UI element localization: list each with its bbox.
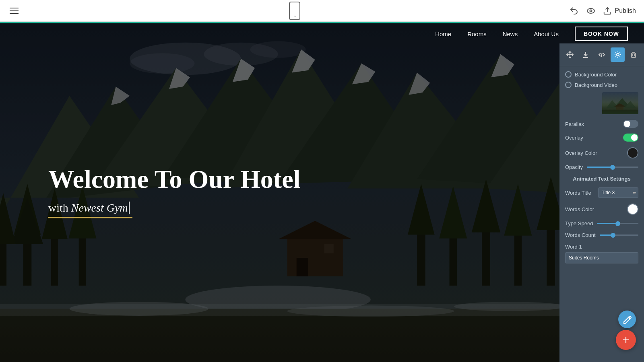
panel-toolbar [559,43,644,66]
opacity-thumb[interactable] [610,165,615,170]
bg-color-radio[interactable] [565,71,572,78]
toolbar-center [289,2,300,20]
canvas-top-border [0,22,644,23]
parallax-label: Parallax [565,121,584,127]
nav-home[interactable]: Home [435,31,451,37]
preview-icon[interactable] [586,6,596,16]
overlay-toggle[interactable] [623,134,638,142]
hero-text-area: Welcome To Our Hotel with Newest Gym [48,165,300,218]
bg-video-label: Background Video [575,82,617,88]
svg-point-1 [590,10,592,12]
toolbar-left [8,6,20,16]
type-speed-label: Type Speed [565,220,593,226]
words-title-dropdown[interactable]: Title 1 Title 2 Title 3 Title 4 [598,187,638,198]
word1-label: Word 1 [565,244,582,250]
svg-marker-71 [624,101,636,108]
words-title-row: Words Title Title 1 Title 2 Title 3 Titl… [565,187,638,198]
publish-button[interactable]: Publish [603,6,636,15]
svg-rect-68 [602,92,638,114]
move-tool-button[interactable] [563,47,577,62]
delete-tool-button[interactable] [626,47,641,62]
parallax-knob [624,121,630,127]
overlay-color-row: Overlay Color [565,147,638,158]
bg-color-label: Background Color [575,72,617,78]
word1-label-row: Word 1 [565,244,638,250]
overlay-label: Overlay [565,135,583,141]
download-tool-button[interactable] [579,47,593,62]
word1-input[interactable] [565,252,638,263]
svg-point-0 [587,8,594,13]
hero-highlight: Newest Gym [71,202,128,214]
bg-video-radio[interactable] [565,82,572,88]
words-count-thumb[interactable] [611,233,615,238]
bg-video-option[interactable]: Background Video [565,82,638,88]
words-count-slider[interactable] [600,234,638,236]
svg-marker-73 [614,103,625,107]
background-thumbnail[interactable] [602,92,638,114]
type-speed-slider[interactable] [597,223,638,224]
words-count-row: Words Count [565,232,638,238]
opacity-row: Opacity [565,164,638,170]
svg-line-63 [601,53,602,57]
main-canvas: Home Rooms News About Us BOOK NOW Welcom… [0,22,644,362]
words-color-row: Words Color [565,204,638,215]
words-color-swatch[interactable] [627,204,638,215]
undo-icon[interactable] [569,6,579,16]
mobile-preview-icon[interactable] [289,2,300,20]
book-now-button[interactable]: BOOK NOW [575,27,628,41]
text-cursor [129,202,132,214]
code-tool-button[interactable] [594,47,609,62]
nav-about[interactable]: About Us [534,31,559,37]
settings-tool-button[interactable] [611,47,625,62]
site-navigation: Home Rooms News About Us BOOK NOW [0,22,644,46]
type-speed-row: Type Speed [565,220,638,226]
word1-section: Word 1 [565,244,638,263]
words-title-dropdown-wrapper: Title 1 Title 2 Title 3 Title 4 ▾ [598,187,638,198]
svg-point-64 [617,53,619,56]
hero-title: Welcome To Our Hotel [48,165,300,193]
add-icon: + [622,334,630,346]
svg-rect-72 [616,107,623,112]
top-toolbar: Publish [0,0,644,22]
overlay-color-swatch[interactable] [627,147,638,158]
hamburger-menu[interactable] [8,6,20,16]
words-count-label: Words Count [565,232,596,238]
words-color-label: Words Color [565,206,594,212]
bg-color-option[interactable]: Background Color [565,71,638,78]
nav-news[interactable]: News [503,31,518,37]
animated-text-settings-header: Animated Text Settings [565,176,638,182]
toolbar-right: Publish [569,6,636,16]
parallax-row: Parallax [565,120,638,128]
svg-rect-65 [632,53,636,58]
overlay-knob [631,134,638,141]
opacity-slider[interactable] [587,167,638,168]
opacity-label: Opacity [565,164,583,170]
type-speed-thumb[interactable] [615,221,620,226]
fab-edit-button[interactable] [618,311,636,328]
fab-add-button[interactable]: + [616,330,636,350]
bg-thumbnail-wrapper [565,92,638,114]
nav-rooms[interactable]: Rooms [467,31,487,37]
hero-subtitle: with Newest Gym [48,202,132,218]
parallax-toggle[interactable] [623,120,638,128]
overlay-row: Overlay [565,134,638,142]
svg-rect-74 [602,110,638,114]
words-title-label: Words Title [565,190,591,196]
overlay-color-label: Overlay Color [565,150,597,156]
